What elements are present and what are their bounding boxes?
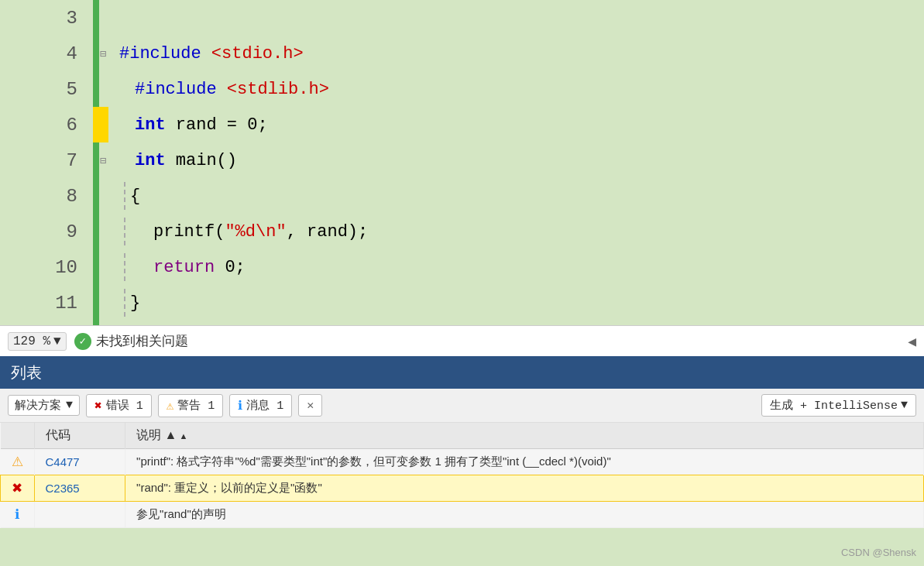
filter-dropdown[interactable]: 解决方案 ▼ xyxy=(8,395,80,416)
row-icon-1: ⚠ xyxy=(1,449,35,475)
keyword-return: return xyxy=(153,258,215,277)
line-number-3: 3 xyxy=(0,8,93,29)
error-table: 代码 说明 ▲ ⚠ C4477 "printf": 格式字符串"%d"需要类型"… xyxy=(0,423,924,528)
code-text-7: main() xyxy=(166,151,237,170)
error-table-body: ⚠ C4477 "printf": 格式字符串"%d"需要类型"int"的参数，… xyxy=(1,449,924,528)
filter-arrow[interactable]: ▼ xyxy=(66,399,73,412)
warn-row-icon: ⚠ xyxy=(12,455,23,469)
error-table-head: 代码 说明 ▲ xyxy=(1,423,924,449)
brace-close: } xyxy=(130,293,140,313)
code-content-5: #include <stdlib.h> xyxy=(116,80,924,99)
table-row-highlighted: ✖ C2365 "rand": 重定义；以前的定义是"函数" xyxy=(1,475,924,502)
error-panel: 列表 解决方案 ▼ ✖ 错误 1 ⚠ 警告 1 ℹ 消息 1 ✕ 生成 + In… xyxy=(0,356,924,528)
status-text: 未找到相关问题 xyxy=(96,332,188,350)
row-code-1: C4477 xyxy=(34,449,125,475)
space-4 xyxy=(201,44,211,63)
error-toolbar: 解决方案 ▼ ✖ 错误 1 ⚠ 警告 1 ℹ 消息 1 ✕ 生成 + Intel… xyxy=(0,389,924,423)
code-link-2[interactable]: C2365 xyxy=(46,482,80,495)
build-dropdown-arrow[interactable]: ▼ xyxy=(901,399,908,412)
keyword-int-7: int xyxy=(135,151,166,170)
fold-icon-7[interactable]: ⊟ xyxy=(100,154,106,167)
brace-open: { xyxy=(130,187,140,206)
scroll-arrow[interactable]: ◀ xyxy=(908,333,916,350)
line-gutter-11 xyxy=(93,285,116,321)
row-desc-2: "rand": 重定义；以前的定义是"函数" xyxy=(125,475,924,502)
build-label: 生成 + IntelliSense xyxy=(770,398,898,413)
code-content-9: printf("%d\n", rand); xyxy=(116,218,924,245)
row-icon-2: ✖ xyxy=(1,475,35,502)
table-row: ⚠ C4477 "printf": 格式字符串"%d"需要类型"int"的参数，… xyxy=(1,449,924,475)
warn-count-btn[interactable]: ⚠ 警告 1 xyxy=(158,394,224,417)
error-count-label: 错误 1 xyxy=(106,398,143,413)
line-number-8: 8 xyxy=(0,186,93,207)
info-count-btn[interactable]: ℹ 消息 1 xyxy=(229,394,292,417)
printf-name: printf( xyxy=(153,222,225,242)
line-number-9: 9 xyxy=(0,221,93,242)
line-gutter-7: ⊟ xyxy=(93,142,116,178)
code-link-1[interactable]: C4477 xyxy=(46,455,80,468)
line-number-6: 6 xyxy=(0,115,93,135)
line-gutter-3 xyxy=(93,0,116,36)
zoom-control[interactable]: 129 % ▼ xyxy=(8,332,67,351)
fold-icon-4[interactable]: ⊟ xyxy=(100,47,106,60)
dashed-indent-11 xyxy=(124,289,125,317)
code-line-8: 8 { xyxy=(0,178,924,214)
dashed-indent-9 xyxy=(124,218,125,245)
printf-args: , rand); xyxy=(287,222,369,242)
filter-icon-btn[interactable]: ✕ xyxy=(298,394,322,417)
code-line-5: 5 #include <stdlib.h> xyxy=(0,71,924,107)
space-5 xyxy=(217,80,227,99)
code-content-11: } xyxy=(116,289,924,317)
build-dropdown[interactable]: 生成 + IntelliSense ▼ xyxy=(761,394,916,417)
include-path-4: <stdio.h> xyxy=(211,44,304,63)
code-content-8: { xyxy=(116,182,924,210)
keyword-include-4: #include xyxy=(119,44,201,63)
line-gutter-8 xyxy=(93,178,116,214)
col-icon xyxy=(1,423,35,449)
filter-x-icon: ✕ xyxy=(307,398,314,413)
line-gutter-9 xyxy=(93,214,116,249)
ok-icon: ✓ xyxy=(74,333,91,350)
code-line-4: 4 ⊟ #include <stdio.h> xyxy=(0,36,924,71)
code-line-3: 3 xyxy=(0,0,924,36)
code-content-6: int rand = 0; xyxy=(116,115,924,135)
row-icon-3: ℹ xyxy=(1,502,35,528)
code-editor: 3 4 ⊟ #include <stdio.h> 5 #include xyxy=(0,0,924,325)
line-gutter-10 xyxy=(93,249,116,285)
status-ok: ✓ 未找到相关问题 xyxy=(74,332,188,350)
error-panel-header: 列表 xyxy=(0,356,924,389)
dashed-indent-10 xyxy=(124,253,125,281)
code-text-6: rand = 0; xyxy=(166,115,268,135)
error-count-btn[interactable]: ✖ 错误 1 xyxy=(86,394,152,417)
col-code: 代码 xyxy=(34,423,125,449)
keyword-include-5: #include xyxy=(135,80,217,99)
col-description[interactable]: 说明 ▲ xyxy=(125,423,924,449)
code-line-7: 7 ⊟ int main() xyxy=(0,142,924,178)
include-path-5: <stdlib.h> xyxy=(227,80,329,99)
info-count-label: 消息 1 xyxy=(246,398,283,413)
row-desc-1: "printf": 格式字符串"%d"需要类型"int"的参数，但可变参数 1 … xyxy=(125,449,924,475)
code-content-4: #include <stdio.h> xyxy=(116,44,924,63)
dashed-indent-8 xyxy=(124,182,125,210)
printf-string: "%d\n" xyxy=(225,222,286,242)
code-line-9: 9 printf("%d\n", rand); xyxy=(0,214,924,249)
warn-count-label: 警告 1 xyxy=(177,398,215,413)
line-gutter-4: ⊟ xyxy=(93,36,116,71)
line-number-7: 7 xyxy=(0,150,93,171)
row-desc-3: 参见"rand"的声明 xyxy=(125,502,924,528)
status-bar: 129 % ▼ ✓ 未找到相关问题 ◀ xyxy=(0,325,924,356)
return-val: 0; xyxy=(215,258,246,277)
code-line-6: 6 int rand = 0; xyxy=(0,107,924,142)
zoom-value: 129 % xyxy=(13,334,50,348)
watermark: CSDN @Shensk xyxy=(841,547,916,558)
zoom-dropdown-arrow[interactable]: ▼ xyxy=(53,334,61,348)
line-number-11: 11 xyxy=(0,293,93,314)
row-code-2: C2365 xyxy=(34,475,125,502)
row-code-3 xyxy=(34,502,125,528)
error-row-icon: ✖ xyxy=(12,481,22,496)
error-icon: ✖ xyxy=(94,398,102,413)
filter-label: 解决方案 xyxy=(15,398,61,413)
table-row: ℹ 参见"rand"的声明 xyxy=(1,502,924,528)
code-line-11: 11 } xyxy=(0,285,924,321)
warn-icon: ⚠ xyxy=(167,398,174,413)
